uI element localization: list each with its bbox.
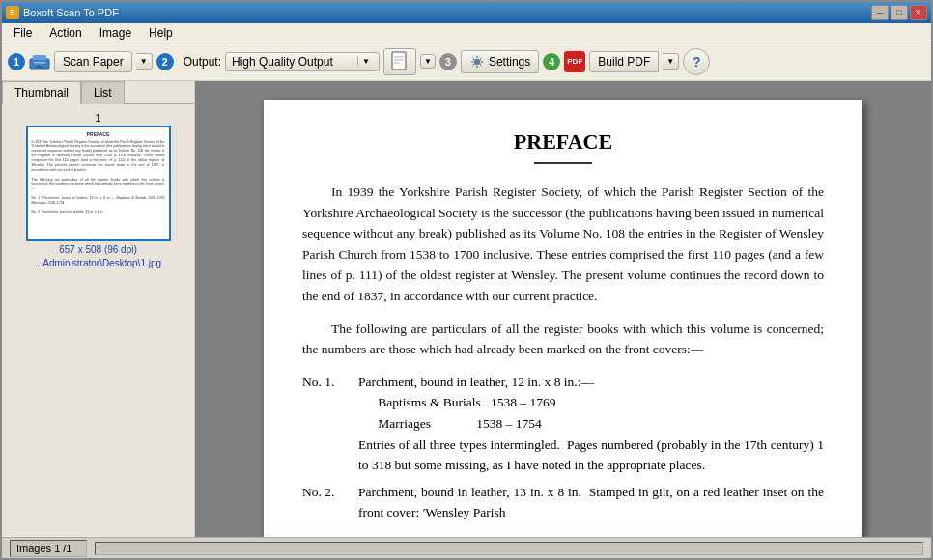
step1-badge: 1 xyxy=(8,53,25,70)
menu-file[interactable]: File xyxy=(6,24,40,42)
page-icon xyxy=(390,51,410,72)
app-window: B Boxoft Scan To PDF ─ □ ✕ File Action I… xyxy=(0,0,933,560)
menu-bar: File Action Image Help xyxy=(2,23,931,42)
settings-label: Settings xyxy=(489,55,530,69)
list-label-no1: No. 1. xyxy=(302,372,351,476)
output-value: High Quality Output xyxy=(232,55,333,69)
svg-rect-1 xyxy=(33,55,46,60)
list-item-no1: No. 1. Parchment, bound in leather, 12 i… xyxy=(302,372,824,476)
output-label: Output: xyxy=(184,55,221,69)
toolbar: 1 Scan Paper ▼ 2 Output: High Quality Ou… xyxy=(2,42,931,81)
list-content-no2: Parchment, bound in leather, 13 in. x 8 … xyxy=(358,482,824,523)
paragraph-1: In 1939 the Yorkshire Parish Register So… xyxy=(302,182,824,307)
build-pdf-button[interactable]: Build PDF xyxy=(589,51,659,72)
status-bar: Images 1 /1 xyxy=(2,537,931,558)
list-item: 1 PREFACE In 1939 the Yorkshire Parish R… xyxy=(10,112,186,270)
thumbnail-image[interactable]: PREFACE In 1939 the Yorkshire Parish Reg… xyxy=(26,126,171,241)
menu-image[interactable]: Image xyxy=(92,24,139,42)
menu-action[interactable]: Action xyxy=(42,24,89,42)
svg-rect-4 xyxy=(392,52,406,70)
tab-bar: Thumbnail List xyxy=(2,81,194,104)
window-title: Boxoft Scan To PDF xyxy=(23,7,119,18)
menu-help[interactable]: Help xyxy=(141,24,181,42)
pdf-icon: PDF xyxy=(564,51,585,72)
scan-paper-label: Scan Paper xyxy=(63,55,124,69)
build-pdf-dropdown[interactable]: ▼ xyxy=(663,53,679,70)
page-format-button[interactable] xyxy=(383,48,416,75)
list-item-no2: No. 2. Parchment, bound in leather, 13 i… xyxy=(302,482,824,523)
images-count: Images 1 /1 xyxy=(10,540,87,557)
left-panel: Thumbnail List 1 PREFACE In 1939 the Yor… xyxy=(2,81,195,537)
svg-point-8 xyxy=(474,59,480,65)
title-underline xyxy=(534,162,592,164)
list-content-no1: Parchment, bound in leather, 12 in. x 8 … xyxy=(358,372,824,476)
main-area: Thumbnail List 1 PREFACE In 1939 the Yor… xyxy=(2,81,931,537)
svg-rect-2 xyxy=(34,62,45,64)
document-page: PREFACE In 1939 the Yorkshire Parish Reg… xyxy=(264,100,862,537)
scan-paper-dropdown[interactable]: ▼ xyxy=(136,53,153,70)
progress-bar xyxy=(95,542,923,555)
thumbnail-content: PREFACE In 1939 the Yorkshire Parish Reg… xyxy=(32,131,165,215)
svg-rect-3 xyxy=(36,66,43,68)
scan-paper-button[interactable]: Scan Paper xyxy=(54,51,132,72)
thumbnail-info: 657 x 508 (96 dpi) ...Administrator\Desk… xyxy=(35,243,161,270)
document-area[interactable]: PREFACE In 1939 the Yorkshire Parish Reg… xyxy=(195,81,931,537)
output-dropdown[interactable]: High Quality Output ▼ xyxy=(225,52,380,71)
title-bar: B Boxoft Scan To PDF ─ □ ✕ xyxy=(2,2,931,23)
document-body: In 1939 the Yorkshire Parish Register So… xyxy=(302,182,824,360)
title-bar-left: B Boxoft Scan To PDF xyxy=(6,6,119,19)
output-arrow-icon: ▼ xyxy=(357,57,373,66)
step3-badge: 3 xyxy=(439,53,457,70)
tab-thumbnail[interactable]: Thumbnail xyxy=(2,81,81,104)
list-label-no2: No. 2. xyxy=(302,482,351,523)
gear-icon xyxy=(469,54,485,70)
build-pdf-arrow-icon: ▼ xyxy=(666,57,674,66)
paragraph-2: The following are particulars of all the… xyxy=(302,319,824,360)
minimize-button[interactable]: ─ xyxy=(871,5,889,20)
help-button[interactable]: ? xyxy=(683,48,710,75)
tab-list[interactable]: List xyxy=(81,81,125,104)
title-buttons: ─ □ ✕ xyxy=(871,5,927,20)
scanner-icon xyxy=(29,53,50,70)
restore-button[interactable]: □ xyxy=(891,5,908,20)
settings-button[interactable]: Settings xyxy=(461,50,539,73)
thumbnail-area: 1 PREFACE In 1939 the Yorkshire Parish R… xyxy=(2,104,194,537)
build-pdf-label: Build PDF xyxy=(598,55,650,69)
step4-badge: 4 xyxy=(543,53,560,70)
page-format-arrow-btn[interactable]: ▼ xyxy=(420,54,436,69)
thumbnail-number: 1 xyxy=(95,112,100,124)
close-button[interactable]: ✕ xyxy=(910,5,927,20)
document-title: PREFACE xyxy=(302,129,824,154)
step2-badge: 2 xyxy=(156,53,174,70)
scan-paper-arrow-icon: ▼ xyxy=(140,57,148,66)
app-icon: B xyxy=(6,6,19,19)
